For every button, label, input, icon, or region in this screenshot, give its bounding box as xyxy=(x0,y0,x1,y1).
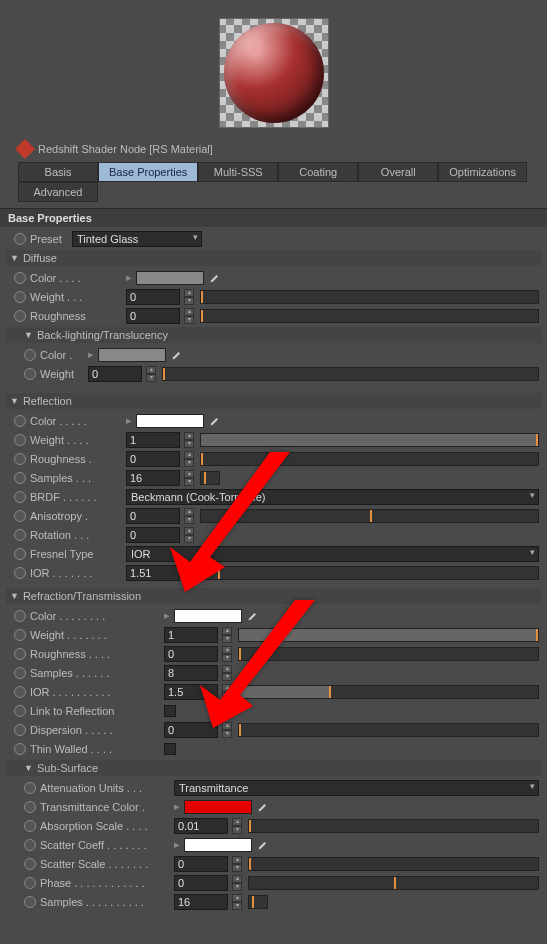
ss-absorb-input[interactable] xyxy=(174,818,228,834)
ss-atten-dropdown[interactable]: Transmittance xyxy=(174,780,539,796)
group-subsurface-header[interactable]: ▼Sub-Surface xyxy=(6,760,541,776)
anim-dot[interactable] xyxy=(14,272,26,284)
group-reflection-header[interactable]: ▼Reflection xyxy=(6,393,541,409)
anim-dot[interactable] xyxy=(14,472,26,484)
ss-scatterscale-input[interactable] xyxy=(174,856,228,872)
diffuse-weight-input[interactable] xyxy=(126,289,180,305)
tab-coating[interactable]: Coating xyxy=(278,162,358,182)
bl-weight-input[interactable] xyxy=(88,366,142,382)
ss-samples-label: Samples . . . . . . . . . . xyxy=(40,896,170,908)
chevron-down-icon: ▼ xyxy=(10,591,19,601)
tab-multi-sss[interactable]: Multi-SSS xyxy=(198,162,278,182)
refr-ior-label: IOR . . . . . . . . . . xyxy=(30,686,160,698)
anim-dot[interactable] xyxy=(24,782,36,794)
anim-dot[interactable] xyxy=(14,415,26,427)
bl-color-swatch[interactable] xyxy=(98,348,166,362)
anim-dot[interactable] xyxy=(24,820,36,832)
anim-dot[interactable] xyxy=(14,491,26,503)
tab-optimizations[interactable]: Optimizations xyxy=(438,162,527,182)
anim-dot[interactable] xyxy=(14,686,26,698)
eyedropper-icon[interactable] xyxy=(256,800,270,814)
anim-dot[interactable] xyxy=(14,529,26,541)
refl-roughness-label: Roughness . xyxy=(30,453,122,465)
ss-scattercoeff-swatch[interactable] xyxy=(184,838,252,852)
anim-dot[interactable] xyxy=(14,743,26,755)
node-title: Redshift Shader Node [RS Material] xyxy=(38,143,213,155)
eyedropper-icon[interactable] xyxy=(256,838,270,852)
tab-base-properties[interactable]: Base Properties xyxy=(98,162,198,182)
tab-advanced[interactable]: Advanced xyxy=(18,182,98,202)
chevron-down-icon: ▼ xyxy=(24,763,33,773)
refl-brdf-label: BRDF . . . . . . xyxy=(30,491,122,503)
svg-marker-0 xyxy=(170,452,290,592)
anim-dot[interactable] xyxy=(24,858,36,870)
eyedropper-icon[interactable] xyxy=(208,271,222,285)
ss-samples-slider[interactable] xyxy=(248,895,268,909)
diffuse-roughness-slider[interactable] xyxy=(200,309,539,323)
tab-overall[interactable]: Overall xyxy=(358,162,438,182)
spinner[interactable]: ▴▾ xyxy=(232,894,242,910)
anim-dot[interactable] xyxy=(14,434,26,446)
anim-dot[interactable] xyxy=(24,839,36,851)
anim-dot[interactable] xyxy=(14,724,26,736)
group-diffuse-header[interactable]: ▼Diffuse xyxy=(6,250,541,266)
anim-dot[interactable] xyxy=(14,610,26,622)
preset-label: Preset xyxy=(30,233,68,245)
material-icon xyxy=(15,139,35,159)
spinner[interactable]: ▴▾ xyxy=(146,366,156,382)
spinner[interactable]: ▴▾ xyxy=(232,818,242,834)
refr-color-label: Color . . . . . . . . xyxy=(30,610,160,622)
spinner[interactable]: ▴▾ xyxy=(232,875,242,891)
anim-dot[interactable] xyxy=(14,548,26,560)
refr-thin-checkbox[interactable] xyxy=(164,743,176,755)
diffuse-color-swatch[interactable] xyxy=(136,271,204,285)
anim-dot[interactable] xyxy=(24,368,36,380)
ss-phase-slider[interactable] xyxy=(248,876,539,890)
anim-dot[interactable] xyxy=(14,629,26,641)
refl-ior-label: IOR . . . . . . . xyxy=(30,567,122,579)
tab-bar: Basis Base Properties Multi-SSS Coating … xyxy=(0,162,547,208)
ss-absorb-slider[interactable] xyxy=(248,819,539,833)
refr-thin-label: Thin Walled . . . . xyxy=(30,743,160,755)
anim-dot[interactable] xyxy=(14,291,26,303)
ss-transcolor-swatch[interactable] xyxy=(184,800,252,814)
refl-color-swatch[interactable] xyxy=(136,414,204,428)
diffuse-weight-label: Weight . . . xyxy=(30,291,122,303)
anim-dot[interactable] xyxy=(14,667,26,679)
anim-dot[interactable] xyxy=(14,233,26,245)
spinner[interactable]: ▴▾ xyxy=(184,289,194,305)
tab-basis[interactable]: Basis xyxy=(18,162,98,182)
diffuse-weight-slider[interactable] xyxy=(200,290,539,304)
bl-weight-slider[interactable] xyxy=(162,367,539,381)
anim-dot[interactable] xyxy=(14,510,26,522)
anim-dot[interactable] xyxy=(14,648,26,660)
ss-phase-input[interactable] xyxy=(174,875,228,891)
eyedropper-icon[interactable] xyxy=(208,414,222,428)
anim-dot[interactable] xyxy=(14,453,26,465)
group-backlighting-header[interactable]: ▼Back-lighting/Translucency xyxy=(6,327,541,343)
refl-weight-input[interactable] xyxy=(126,432,180,448)
anim-dot[interactable] xyxy=(14,310,26,322)
anim-dot[interactable] xyxy=(14,567,26,579)
refr-dispersion-label: Dispersion . . . . . xyxy=(30,724,160,736)
ss-absorb-label: Absorption Scale . . . . xyxy=(40,820,170,832)
refl-weight-slider[interactable] xyxy=(200,433,539,447)
anim-dot[interactable] xyxy=(14,705,26,717)
anim-dot[interactable] xyxy=(24,801,36,813)
ss-scattercoeff-label: Scatter Coeff . . . . . . . xyxy=(40,839,170,851)
spinner[interactable]: ▴▾ xyxy=(184,308,194,324)
refr-link-checkbox[interactable] xyxy=(164,705,176,717)
spinner[interactable]: ▴▾ xyxy=(232,856,242,872)
anim-dot[interactable] xyxy=(24,349,36,361)
refr-weight-label: Weight . . . . . . . xyxy=(30,629,160,641)
eyedropper-icon[interactable] xyxy=(170,348,184,362)
diffuse-roughness-input[interactable] xyxy=(126,308,180,324)
anim-dot[interactable] xyxy=(24,877,36,889)
ss-samples-input[interactable] xyxy=(174,894,228,910)
ss-scatterscale-slider[interactable] xyxy=(248,857,539,871)
spinner[interactable]: ▴▾ xyxy=(184,432,194,448)
anim-dot[interactable] xyxy=(24,896,36,908)
section-title: Base Properties xyxy=(0,208,547,227)
preset-dropdown[interactable]: Tinted Glass xyxy=(72,231,202,247)
annotation-arrow xyxy=(170,452,300,594)
